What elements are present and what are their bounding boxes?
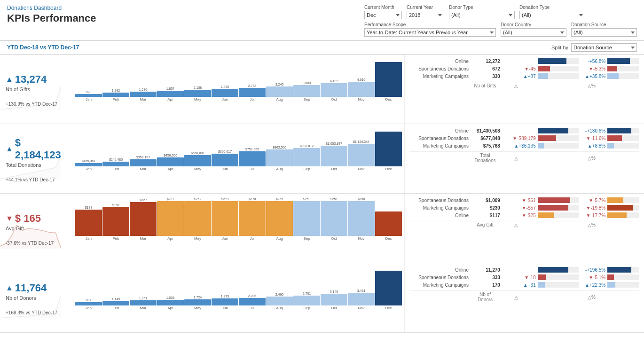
breakdown-pct-bar-container: [607, 128, 639, 133]
bar-group-2-7: $266 Aug: [266, 197, 293, 241]
kpi-value-container: ▼ $ 165: [6, 212, 69, 225]
performance-scope-label: Performance Scope: [364, 22, 496, 27]
bar-group-2-1: $192 Feb: [102, 197, 129, 241]
bar-group-0-8: 3,600 Sep: [293, 58, 320, 102]
bar-group-1-0: $165,361 Jan: [75, 128, 102, 171]
breakdown-delta-bar: [538, 58, 566, 64]
footer-label: Avg Gift: [472, 222, 498, 227]
split-by-select[interactable]: Donation Source: [571, 43, 637, 52]
breakdown-pct: -+196.5%: [581, 267, 605, 273]
bar-value-label: $192: [112, 203, 120, 207]
bar-group-1-8: $932,812 Sep: [293, 128, 320, 171]
breakdown-label: Online: [409, 267, 469, 273]
bar: [375, 62, 402, 97]
breadcrumb[interactable]: Donations Dashboard: [7, 5, 96, 11]
bar: [266, 86, 293, 97]
bar-group-1-3: $456,366 Apr: [157, 128, 184, 171]
bar: [266, 297, 293, 305]
breakdown-value: $1,430,508: [471, 128, 500, 133]
month-label: Dec: [385, 97, 392, 102]
breakdown-row-1-0: Online $1,430,508 -+130.6%: [409, 128, 639, 133]
bar-group-1-9: $1,053,937 Oct: [321, 128, 347, 171]
page-title: KPIs Performance: [7, 12, 96, 24]
bar: [321, 294, 347, 305]
bar: [321, 83, 347, 97]
bar: [239, 88, 266, 97]
month-label: Aug: [276, 236, 283, 241]
bar: [239, 201, 266, 236]
breakdown-pct-bar: [607, 267, 631, 273]
month-label: Feb: [113, 306, 119, 310]
breakdown-value: 170: [471, 282, 500, 288]
month-label: Mar: [140, 306, 147, 310]
bar-value-label: $273: [221, 197, 229, 201]
breakdown-pct-bar: [607, 135, 622, 141]
breakdown-row-2-0: Spontaneous Donations $1,009 ▼-$61 ▼-5.7…: [409, 197, 639, 203]
bar-value-label: $863,500: [273, 146, 286, 149]
bar-group-0-1: 1,282 Feb: [102, 58, 129, 102]
bar-group-0-5: 2,420 Jun: [212, 58, 238, 102]
breakdown-pct-bar: [607, 282, 615, 288]
filter-row-2: Performance Scope Year-to-Date: Current …: [364, 22, 637, 37]
filter-row-1: Current Month Dec Current Year 2018 Dono…: [364, 5, 637, 19]
month-label: Nov: [358, 306, 364, 310]
breakdown-delta-bar-container: [538, 274, 579, 280]
breakdown-pct-bar-container: [607, 135, 639, 141]
breakdown-label: Spontaneous Donations: [409, 66, 469, 71]
right-footer-nb-donors: Nb of Donors △ △%: [409, 290, 639, 302]
bar: [293, 296, 320, 305]
breakdown-pct: ▲+22.3%: [581, 282, 605, 288]
month-label: May: [194, 97, 201, 102]
bar: [375, 132, 402, 166]
bar-value-label: 887: [86, 298, 92, 302]
breakdown-delta-bar-container: [538, 58, 579, 64]
breakdown-value: $1,009: [471, 198, 500, 203]
donor-type-select[interactable]: (All): [449, 11, 515, 19]
bar-group-1-10: $1,150,344 Nov: [348, 128, 375, 171]
bar: [212, 298, 238, 305]
bar-value-label: 11,764: [384, 267, 393, 270]
month-label: Oct: [331, 167, 337, 171]
bar: [102, 162, 129, 166]
bar-group-2-6: $270 Jul: [239, 197, 266, 241]
kpi-change: +44.1% vs YTD Dec-17: [6, 177, 69, 182]
donation-type-select[interactable]: (All): [519, 11, 585, 19]
bar-group-1-5: $650,617 Jun: [212, 128, 238, 171]
month-label: Mar: [140, 167, 147, 171]
bar: [321, 146, 347, 166]
breakdown-delta: ▼-$61: [504, 198, 536, 203]
current-year-filter: Current Year 2018: [407, 5, 444, 19]
month-label: Aug: [276, 306, 283, 310]
bar-value-label: 1,535: [166, 296, 175, 299]
bar-group-3-7: 2,460 Aug: [266, 267, 293, 310]
bar-group-2-8: $259 Sep: [293, 197, 320, 241]
breakdown-delta-bar: [538, 267, 568, 273]
donor-country-filter: Donor Country (All): [501, 22, 566, 37]
breakdown-delta: ▼-18: [504, 275, 536, 280]
bar: [348, 82, 375, 97]
bar-group-3-9: 3,149 Oct: [321, 267, 347, 310]
kpi-value: $ 2,184,123: [15, 137, 69, 161]
split-by-label: Split by: [551, 45, 568, 50]
bar-value-label: $251: [330, 197, 338, 201]
bar: [184, 201, 211, 236]
bar: [293, 148, 320, 166]
kpi-value: $ 165: [15, 212, 41, 225]
donation-source-select[interactable]: (All): [571, 28, 637, 37]
footer-pct-label: △%: [579, 83, 605, 88]
month-label: Mar: [140, 97, 147, 102]
current-month-select[interactable]: Dec: [364, 11, 402, 19]
breakdown-delta-bar-container: [538, 205, 579, 211]
performance-scope-filter: Performance Scope Year-to-Date: Current …: [364, 22, 496, 37]
bar-group-0-6: 2,788 Jul: [239, 58, 266, 102]
breakdown-pct-bar: [607, 274, 614, 280]
donor-country-select[interactable]: (All): [501, 28, 566, 37]
kpi-name: Nb of Donors: [6, 295, 69, 301]
current-year-select[interactable]: 2018: [407, 11, 444, 19]
bar-value-label: 13,274: [384, 58, 393, 62]
breakdown-label: Online: [409, 59, 469, 64]
footer-pct-label: △%: [579, 295, 605, 300]
chart-bars-nb-gifts: 929 Jan 1,282 Feb 1,580 Mar 1,857 Apr 2,…: [75, 58, 402, 110]
performance-scope-select[interactable]: Year-to-Date: Current Year vs Previous Y…: [364, 28, 496, 37]
bar-group-1-6: $752,856 Jul: [239, 128, 266, 171]
